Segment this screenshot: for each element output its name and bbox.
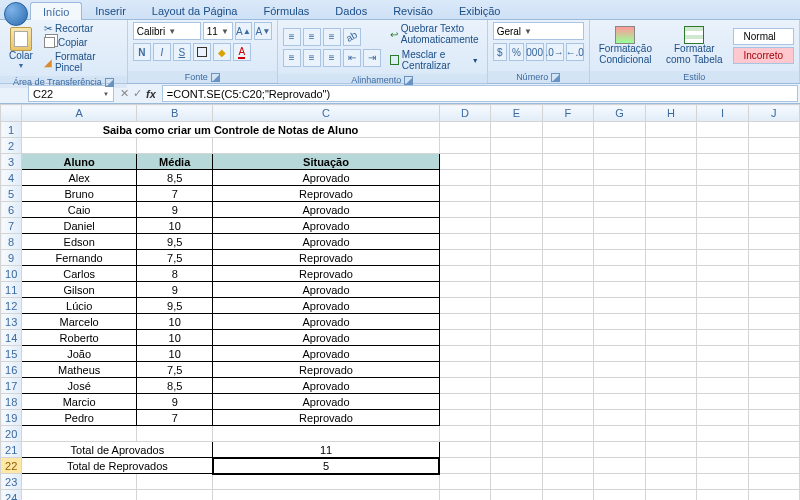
cell-I15[interactable] xyxy=(697,346,748,362)
fill-color-button[interactable]: ◆ xyxy=(213,43,231,61)
row-header-5[interactable]: 5 xyxy=(1,186,22,202)
cell-H9[interactable] xyxy=(645,250,697,266)
cell-H17[interactable] xyxy=(645,378,697,394)
number-format-select[interactable]: Geral▼ xyxy=(493,22,584,40)
align-left-button[interactable]: ≡ xyxy=(283,49,301,67)
launcher-icon[interactable] xyxy=(105,78,114,87)
cell-C3[interactable]: Situação xyxy=(213,154,439,170)
cell-G4[interactable] xyxy=(594,170,646,186)
cell-J10[interactable] xyxy=(748,266,799,282)
italic-button[interactable]: I xyxy=(153,43,171,61)
cell-H22[interactable] xyxy=(645,458,697,474)
underline-button[interactable]: S xyxy=(173,43,191,61)
tab-inserir[interactable]: Inserir xyxy=(82,1,139,19)
indent-inc-button[interactable]: ⇥ xyxy=(363,49,381,67)
row-header-14[interactable]: 14 xyxy=(1,330,22,346)
grow-font-button[interactable]: A▲ xyxy=(235,22,252,40)
cell-C11[interactable]: Aprovado xyxy=(213,282,439,298)
launcher-icon[interactable] xyxy=(404,76,413,85)
row-header-24[interactable]: 24 xyxy=(1,490,22,501)
font-size-select[interactable]: 11▼ xyxy=(203,22,233,40)
cell-F19[interactable] xyxy=(542,410,593,426)
cell-E3[interactable] xyxy=(491,154,543,170)
cell-B11[interactable]: 9 xyxy=(136,282,212,298)
formula-input[interactable]: =CONT.SE(C5:C20;"Reprovado") xyxy=(162,85,798,102)
cell-C4[interactable]: Aprovado xyxy=(213,170,439,186)
cell-C20[interactable] xyxy=(213,426,439,442)
align-bottom-button[interactable]: ≡ xyxy=(323,28,341,46)
cell-F8[interactable] xyxy=(542,234,593,250)
cell-F4[interactable] xyxy=(542,170,593,186)
cell-J3[interactable] xyxy=(748,154,799,170)
cell-D7[interactable] xyxy=(439,218,491,234)
cell-A17[interactable]: José xyxy=(22,378,137,394)
cell-A12[interactable]: Lúcio xyxy=(22,298,137,314)
cell-C6[interactable]: Aprovado xyxy=(213,202,439,218)
cell-F18[interactable] xyxy=(542,394,593,410)
cell-C21[interactable]: 11 xyxy=(213,442,439,458)
cell-E24[interactable] xyxy=(491,490,543,501)
percent-button[interactable]: % xyxy=(509,43,524,61)
cell-A22[interactable]: Total de Reprovados xyxy=(22,458,213,474)
cell-A14[interactable]: Roberto xyxy=(22,330,137,346)
cell-B16[interactable]: 7,5 xyxy=(136,362,212,378)
cell-H1[interactable] xyxy=(645,122,697,138)
cell-I13[interactable] xyxy=(697,314,748,330)
cell-B23[interactable] xyxy=(136,474,212,490)
format-painter-button[interactable]: ◢Formatar Pincel xyxy=(41,50,122,74)
cell-G5[interactable] xyxy=(594,186,646,202)
cell-C8[interactable]: Aprovado xyxy=(213,234,439,250)
cell-C5[interactable]: Reprovado xyxy=(213,186,439,202)
cell-F14[interactable] xyxy=(542,330,593,346)
col-header-F[interactable]: F xyxy=(542,105,593,122)
conditional-format-button[interactable]: Formatação Condicional xyxy=(595,24,656,67)
cell-E18[interactable] xyxy=(491,394,543,410)
cell-I17[interactable] xyxy=(697,378,748,394)
row-header-12[interactable]: 12 xyxy=(1,298,22,314)
tab-f-rmulas[interactable]: Fórmulas xyxy=(251,1,323,19)
cell-D8[interactable] xyxy=(439,234,491,250)
cell-D1[interactable] xyxy=(439,122,491,138)
cell-I16[interactable] xyxy=(697,362,748,378)
cell-I24[interactable] xyxy=(697,490,748,501)
cell-B17[interactable]: 8,5 xyxy=(136,378,212,394)
cell-D19[interactable] xyxy=(439,410,491,426)
bold-button[interactable]: N xyxy=(133,43,151,61)
row-header-16[interactable]: 16 xyxy=(1,362,22,378)
cell-A5[interactable]: Bruno xyxy=(22,186,137,202)
cell-I11[interactable] xyxy=(697,282,748,298)
cell-H2[interactable] xyxy=(645,138,697,154)
cell-I2[interactable] xyxy=(697,138,748,154)
col-header-G[interactable]: G xyxy=(594,105,646,122)
row-header-3[interactable]: 3 xyxy=(1,154,22,170)
cell-J8[interactable] xyxy=(748,234,799,250)
col-header-H[interactable]: H xyxy=(645,105,697,122)
tab-exibi-o[interactable]: Exibição xyxy=(446,1,514,19)
row-header-4[interactable]: 4 xyxy=(1,170,22,186)
cell-J23[interactable] xyxy=(748,474,799,490)
row-header-8[interactable]: 8 xyxy=(1,234,22,250)
cell-H5[interactable] xyxy=(645,186,697,202)
cell-C18[interactable]: Aprovado xyxy=(213,394,439,410)
cell-J18[interactable] xyxy=(748,394,799,410)
dec-decimal-button[interactable]: ←.0 xyxy=(566,43,584,61)
cell-E8[interactable] xyxy=(491,234,543,250)
cell-F1[interactable] xyxy=(542,122,593,138)
cell-B3[interactable]: Média xyxy=(136,154,212,170)
row-header-15[interactable]: 15 xyxy=(1,346,22,362)
cell-A20[interactable] xyxy=(22,426,137,442)
cell-F6[interactable] xyxy=(542,202,593,218)
cell-I3[interactable] xyxy=(697,154,748,170)
cell-E13[interactable] xyxy=(491,314,543,330)
cell-G7[interactable] xyxy=(594,218,646,234)
orientation-button[interactable]: ab xyxy=(343,28,361,46)
cell-E10[interactable] xyxy=(491,266,543,282)
border-button[interactable] xyxy=(193,43,211,61)
cell-D23[interactable] xyxy=(439,474,491,490)
row-header-11[interactable]: 11 xyxy=(1,282,22,298)
cell-E6[interactable] xyxy=(491,202,543,218)
cell-B7[interactable]: 10 xyxy=(136,218,212,234)
copy-button[interactable]: Copiar xyxy=(41,36,122,49)
cell-C15[interactable]: Aprovado xyxy=(213,346,439,362)
cell-E12[interactable] xyxy=(491,298,543,314)
